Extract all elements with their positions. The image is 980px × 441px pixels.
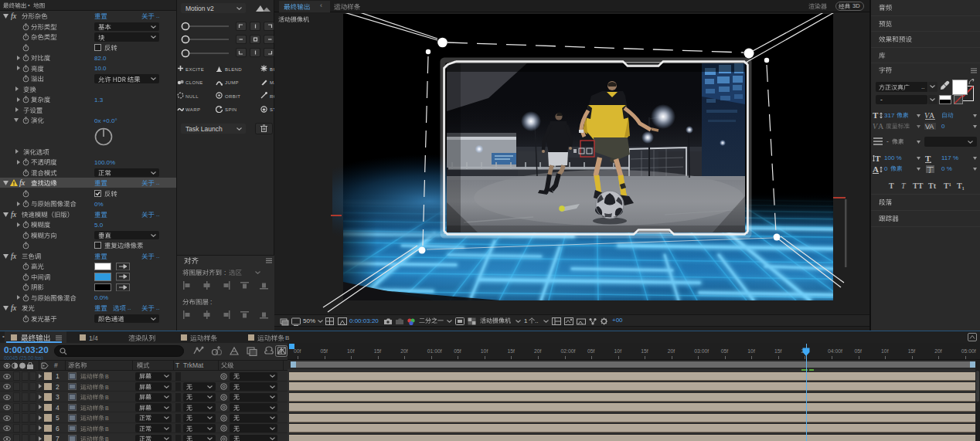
svg-text:T: T	[875, 154, 881, 163]
svg-text:A: A	[873, 165, 879, 174]
svg-text:VA: VA	[925, 123, 934, 131]
svg-text:T: T	[873, 110, 879, 120]
svg-text:丁: 丁	[927, 166, 934, 174]
svg-text:A: A	[878, 122, 884, 131]
svg-text:A: A	[929, 111, 935, 120]
